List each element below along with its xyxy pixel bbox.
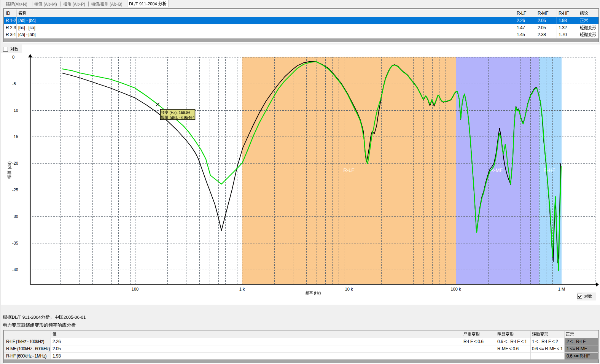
- svg-text:-30: -30: [12, 214, 18, 219]
- svg-text:100 k: 100 k: [451, 287, 461, 291]
- svg-text:-20: -20: [12, 161, 18, 165]
- svg-text:100: 100: [132, 287, 138, 291]
- svg-text:1 M: 1 M: [558, 287, 565, 291]
- svg-text:-40: -40: [12, 267, 18, 272]
- svg-text:0: 0: [12, 55, 14, 59]
- svg-text:R-HF: R-HF: [543, 167, 555, 173]
- svg-text:10 k: 10 k: [345, 287, 353, 291]
- svg-text:-10: -10: [12, 108, 18, 113]
- svg-text:-5: -5: [12, 81, 16, 86]
- svg-text:1 k: 1 k: [239, 287, 245, 291]
- svg-text:-35: -35: [12, 241, 18, 245]
- svg-text:R-LF: R-LF: [344, 167, 355, 173]
- svg-text:-25: -25: [12, 188, 18, 192]
- svg-text:-15: -15: [12, 134, 18, 139]
